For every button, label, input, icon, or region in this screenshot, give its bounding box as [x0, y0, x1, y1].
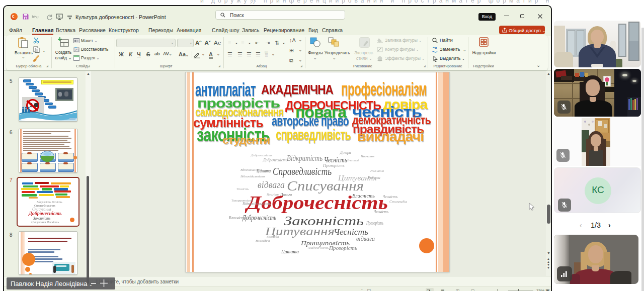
- svg-text:c: c: [432, 50, 434, 53]
- svg-text:b: b: [435, 47, 436, 50]
